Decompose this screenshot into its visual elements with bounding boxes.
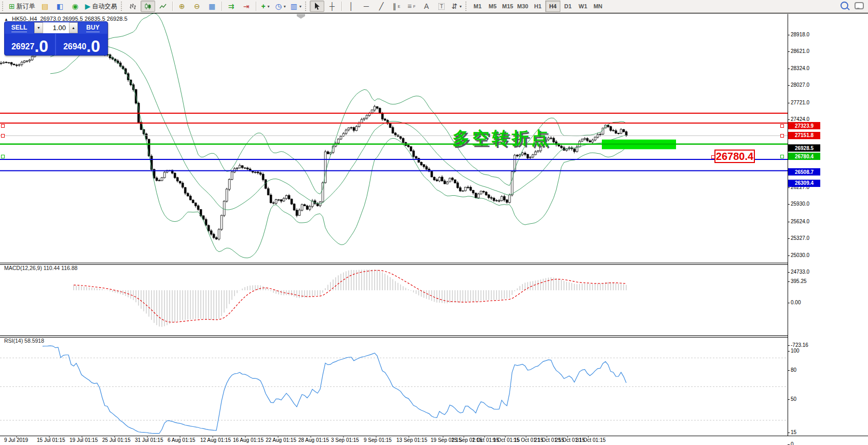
toolbar-grip[interactable]: [121, 2, 124, 11]
date-axis-label: 15 Jul 01:15: [37, 437, 65, 443]
price-axis-tick: 25930.0: [791, 201, 809, 207]
line-handle[interactable]: [1, 134, 5, 138]
bollinger-lower-band: [50, 47, 626, 258]
date-axis-label: 16 Aug 01:15: [233, 437, 264, 443]
line-handle[interactable]: [780, 124, 784, 128]
price-callout-tag[interactable]: 26780.4: [714, 150, 755, 163]
timeframe-button-mn[interactable]: MN: [590, 1, 605, 12]
rsi-axis-tick: 100: [791, 348, 800, 354]
timeframe-button-m1[interactable]: M1: [470, 1, 485, 12]
date-axis-label: 19 Jul 01:15: [70, 437, 98, 443]
navigator-button[interactable]: ◉: [68, 1, 82, 12]
line-handle[interactable]: [780, 155, 784, 158]
auto-trading-button[interactable]: ▶ 自动交易: [83, 1, 119, 12]
chevron-down-icon: ▾: [284, 4, 286, 9]
volume-increase-button[interactable]: ▲: [69, 22, 78, 33]
new-order-button[interactable]: ⊞ 新订单: [7, 1, 37, 12]
text-label-tool-button[interactable]: T: [434, 1, 449, 12]
timeframe-button-h1[interactable]: H1: [530, 1, 545, 12]
zoom-in-button[interactable]: ⊕: [175, 1, 189, 12]
zoom-in-icon: ⊕: [179, 2, 185, 10]
arrows-icon: ⇵: [451, 2, 458, 10]
vertical-line-tool-button[interactable]: │: [344, 1, 359, 12]
timeframe-button-m30[interactable]: M30: [515, 1, 530, 12]
templates-icon: ▥: [291, 2, 297, 10]
line-handle[interactable]: [780, 134, 784, 138]
rsi-indicator-label: RSI(14) 58.5918: [4, 338, 44, 344]
timeframe-toolbar: M1M5M15M30H1H4D1W1MN: [470, 1, 605, 12]
zoom-out-button[interactable]: ⊖: [190, 1, 204, 12]
main-toolbar: ⊞ 新订单 ▤ ◧ ◉ ▶ 自动交易 ⊕ ⊖ ▦ ⇉ ⇥ +▾ ◷▾ ▥▾ ┼ …: [0, 0, 868, 13]
chart-annotation-text: 多空转折点: [452, 127, 551, 150]
indicators-button[interactable]: +▾: [258, 1, 273, 12]
market-watch-button[interactable]: ▤: [38, 1, 52, 12]
chat-icon[interactable]: [855, 2, 864, 9]
timeframe-button-m5[interactable]: M5: [485, 1, 500, 12]
toolbar-grip[interactable]: [305, 2, 308, 11]
rsi-axis-tick: 0: [791, 441, 794, 445]
date-axis-label: 12 Aug 01:15: [200, 437, 231, 443]
chevron-down-icon: ▾: [460, 4, 462, 9]
trendline-icon: ╱: [379, 2, 383, 10]
auto-trading-label: 自动交易: [92, 2, 117, 11]
chart-shift-button[interactable]: ⇥: [239, 1, 254, 12]
auto-scroll-button[interactable]: ⇉: [224, 1, 239, 12]
search-icon[interactable]: [841, 2, 848, 9]
auto-trading-icon: ▶: [85, 2, 91, 10]
navigator-icon: ◉: [72, 2, 78, 10]
trendline-tool-button[interactable]: ╱: [374, 1, 389, 12]
rsi-axis-tick: 80: [791, 367, 796, 373]
price-tag-27323.9: 27323.9: [788, 122, 820, 129]
buy-button[interactable]: BUY: [78, 22, 107, 34]
bollinger-upper-band: [50, 14, 626, 194]
chevron-down-icon: ▾: [299, 4, 301, 9]
chart-canvas[interactable]: [0, 14, 868, 445]
toolbar-grip[interactable]: [2, 2, 5, 11]
text-label-icon: T: [438, 3, 445, 10]
price-axis-tick: 25624.0: [791, 219, 809, 224]
tile-windows-button[interactable]: ▦: [205, 1, 219, 12]
date-axis-label: 22 Aug 01:15: [266, 437, 296, 443]
data-window-icon: ◧: [57, 2, 63, 10]
periods-button[interactable]: ◷▾: [273, 1, 288, 12]
volume-input[interactable]: 1.00: [43, 22, 69, 33]
horizontal-line-icon: ─: [364, 2, 369, 10]
price-axis-tick: 24733.0: [791, 269, 809, 275]
sell-button[interactable]: SELL: [5, 22, 34, 34]
text-tool-button[interactable]: A: [419, 1, 434, 12]
date-axis-label: 9 Jul 2019: [4, 437, 28, 443]
candlestick-chart-button[interactable]: [141, 1, 155, 12]
bar-chart-button[interactable]: [126, 1, 140, 12]
templates-button[interactable]: ▥▾: [288, 1, 304, 12]
fibonacci-tool-button[interactable]: ≡F: [404, 1, 419, 12]
macd-indicator-label: MACD(12,26,9) 110.44 116.88: [4, 265, 77, 271]
line-chart-button[interactable]: [156, 1, 170, 12]
horizontal-line-tool-button[interactable]: ─: [359, 1, 374, 12]
buy-price[interactable]: 26940.0: [56, 34, 107, 55]
price-axis-tick: 25327.0: [791, 235, 809, 241]
line-handle[interactable]: [1, 124, 5, 128]
arrows-tool-button[interactable]: ⇵▾: [449, 1, 464, 12]
crosshair-tool-button[interactable]: ┼: [325, 1, 339, 12]
sell-price[interactable]: 26927.0: [5, 34, 56, 55]
channel-icon: ∥: [393, 2, 396, 10]
data-window-button[interactable]: ◧: [53, 1, 67, 12]
market-watch-icon: ▤: [42, 2, 48, 10]
timeframe-button-h4[interactable]: H4: [545, 1, 560, 12]
date-axis-label: 9 Sep 01:15: [364, 437, 392, 443]
timeframe-button-d1[interactable]: D1: [560, 1, 575, 12]
cursor-tool-button[interactable]: [310, 1, 324, 12]
date-axis-label: 31 Oct 01:15: [576, 437, 605, 443]
toolbar-grip[interactable]: [465, 2, 469, 11]
rsi-axis-tick: 50: [791, 396, 796, 402]
line-chart-icon: [159, 2, 167, 10]
channel-tool-button[interactable]: ∥E: [389, 1, 404, 12]
price-axis-tick: 27721.0: [791, 100, 809, 105]
scroll-position-marker[interactable]: [297, 14, 305, 19]
volume-decrease-button[interactable]: ▼: [34, 22, 43, 33]
timeframe-button-w1[interactable]: W1: [575, 1, 590, 12]
date-axis-label: 3 Sep 01:15: [331, 437, 359, 443]
macd-axis-tick: -723.16: [791, 342, 808, 348]
line-handle[interactable]: [1, 155, 5, 158]
timeframe-button-m15[interactable]: M15: [500, 1, 515, 12]
